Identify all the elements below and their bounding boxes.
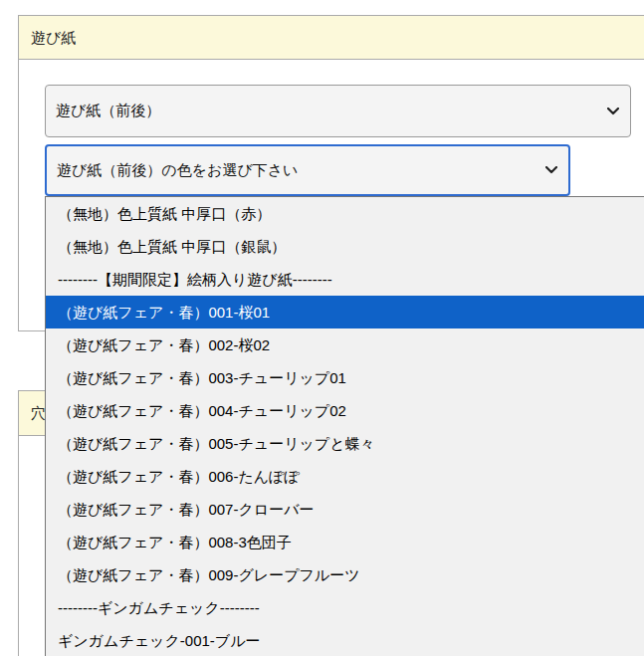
dropdown-option[interactable]: ギンガムチェック-001-ブルー bbox=[46, 624, 644, 656]
dropdown-option[interactable]: （遊び紙フェア・春）005-チューリップと蝶々 bbox=[46, 427, 644, 460]
section-header-asobigami: 遊び紙 bbox=[18, 15, 644, 60]
chevron-down-icon bbox=[545, 166, 557, 174]
dropdown-option[interactable]: （無地）色上質紙 中厚口（赤） bbox=[46, 197, 644, 230]
dropdown-option[interactable]: （遊び紙フェア・春）004-チューリップ02 bbox=[46, 394, 644, 427]
dropdown-option-selected[interactable]: （遊び紙フェア・春）001-桜01 bbox=[46, 296, 644, 328]
select-value: 遊び紙（前後） bbox=[56, 102, 160, 120]
dropdown-option-separator[interactable]: --------【期間限定】絵柄入り遊び紙-------- bbox=[46, 263, 644, 296]
order-form-page: 遊び紙 遊び紙（前後） 遊び紙（前後）の色をお選び下さい 穴 （無地）色上質紙 … bbox=[0, 0, 644, 656]
select-value: 遊び紙（前後）の色をお選び下さい bbox=[57, 161, 298, 180]
dropdown-option[interactable]: （遊び紙フェア・春）002-桜02 bbox=[46, 328, 644, 361]
select-dropdown-popup: （無地）色上質紙 中厚口（赤） （無地）色上質紙 中厚口（銀鼠） -------… bbox=[45, 196, 644, 656]
asobigami-color-select[interactable]: 遊び紙（前後）の色をお選び下さい bbox=[45, 144, 570, 196]
section-title: 遊び紙 bbox=[31, 29, 76, 46]
asobigami-type-select[interactable]: 遊び紙（前後） bbox=[45, 85, 631, 137]
chevron-down-icon bbox=[607, 108, 619, 115]
section-title: 穴 bbox=[31, 404, 46, 421]
dropdown-option[interactable]: （無地）色上質紙 中厚口（銀鼠） bbox=[46, 230, 644, 263]
dropdown-option[interactable]: （遊び紙フェア・春）003-チューリップ01 bbox=[46, 361, 644, 394]
dropdown-option[interactable]: （遊び紙フェア・春）006-たんぽぽ bbox=[46, 460, 644, 493]
dropdown-option[interactable]: （遊び紙フェア・春）008-3色団子 bbox=[46, 526, 644, 558]
dropdown-option[interactable]: （遊び紙フェア・春）007-クローバー bbox=[46, 493, 644, 526]
dropdown-option[interactable]: （遊び紙フェア・春）009-グレープフルーツ bbox=[46, 558, 644, 591]
dropdown-option-separator[interactable]: --------ギンガムチェック-------- bbox=[46, 591, 644, 624]
